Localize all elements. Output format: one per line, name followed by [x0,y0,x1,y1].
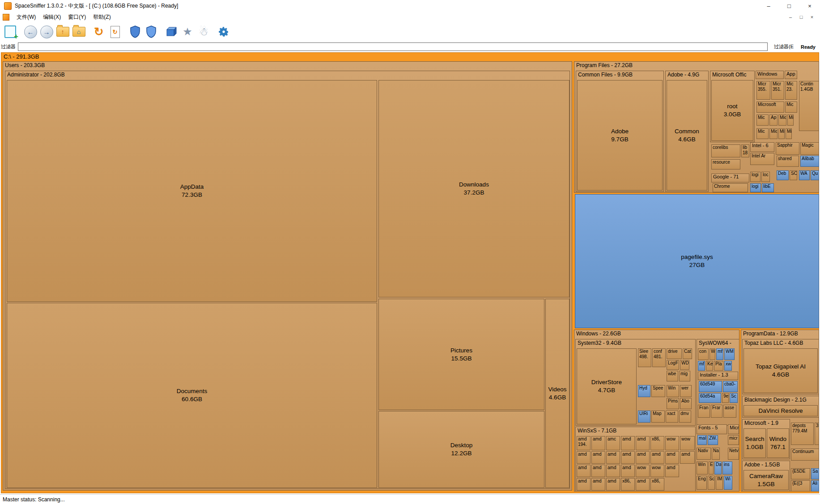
treemap-node[interactable]: Nativ [697,448,711,460]
treemap-node[interactable]: wbe [667,371,678,381]
mdi-restore-button[interactable]: □ [796,14,807,20]
treemap-node[interactable]: {E5DE [791,468,810,479]
treemap-node[interactable]: Sc [708,476,715,490]
treemap-node[interactable]: wow [636,465,650,477]
treemap-node[interactable]: Hyd [638,385,650,397]
treemap-node[interactable]: UIRi [638,411,650,423]
treemap-node[interactable]: amd [680,451,695,464]
treemap-node[interactable]: loc [761,172,770,182]
treemap-node[interactable]: Mi [787,114,794,126]
treemap-node[interactable]: W [710,348,715,360]
treemap-node[interactable]: WA [799,170,810,180]
forward-button[interactable]: → [38,24,55,40]
treemap-node[interactable]: Mi [786,128,792,139]
node-downloads[interactable]: Downloads37.2GB [378,80,569,297]
treemap-node[interactable]: Spee [651,385,665,397]
go-home-button[interactable]: ⌂ [71,24,87,40]
treemap-node[interactable]: 60d54a [699,393,721,403]
treemap-node[interactable]: Mic [769,128,778,139]
treemap-node[interactable]: Magic [800,142,819,155]
treemap-node[interactable]: lib18 [741,144,749,157]
node-chrome[interactable]: Chrome [713,183,748,192]
treemap-node[interactable]: 60d549 [699,381,722,392]
node-documents[interactable]: Documents60.6GB [7,303,377,488]
rescan-selection-button[interactable]: ↻ [107,24,123,40]
treemap-node[interactable]: mig [679,371,690,381]
treemap-node[interactable]: Mic [778,114,786,126]
treemap-node[interactable]: ins [722,462,732,474]
treemap-node[interactable]: Microsoft [756,102,784,113]
treemap-node[interactable]: logi [750,172,761,182]
treemap-node[interactable]: amd [636,436,650,450]
treemap-node[interactable]: wow [650,465,664,477]
node-windo[interactable]: Windo767.1 [767,428,789,458]
treemap-node[interactable]: Wi [724,476,732,490]
treemap-node[interactable]: amd [606,478,620,491]
settings-button[interactable] [216,24,232,40]
treemap-node[interactable]: Sapphir [776,142,799,155]
treemap-node[interactable]: Da [714,462,722,474]
treemap-node[interactable]: micr [728,435,739,445]
treemap-node[interactable]: Ali [811,480,819,491]
treemap-node[interactable]: LogF [667,360,679,370]
filter-input[interactable] [18,42,768,51]
treemap-node[interactable]: cba0- [723,381,738,392]
treemap-node[interactable]: resource [711,159,740,169]
treemap-node[interactable]: Continuum [791,449,819,461]
treemap-node[interactable]: Netv [728,448,739,460]
treemap-node[interactable]: ZW. [708,435,718,445]
treemap-node[interactable]: WM [724,348,735,360]
treemap-node[interactable]: wow [680,436,695,450]
treemap-node[interactable]: Alibab [800,156,819,167]
menu-file[interactable]: 文件(W) [13,12,39,22]
treemap-node[interactable]: Win [697,462,708,474]
back-button[interactable]: ← [22,24,38,40]
node-gigapixel[interactable]: Topaz Gigapixel AI4.6GB [744,348,818,393]
export-button[interactable] [163,24,179,40]
treemap-node[interactable]: x86, [650,436,664,450]
treemap-node[interactable]: Abo [680,398,692,409]
shield-view-alt-button[interactable] [143,24,159,40]
new-scan-button[interactable] [2,24,18,40]
treemap-node[interactable]: {E({3 [791,480,810,491]
minimize-button[interactable]: – [758,0,779,12]
treemap-node[interactable]: corelibs [711,144,740,157]
treemap-node[interactable]: amd [577,465,591,477]
treemap-node[interactable]: amd [606,465,620,477]
treemap-node[interactable]: mal [697,435,707,445]
treemap-node[interactable]: 31 [815,423,819,445]
favorites-button[interactable]: ★ [179,24,195,40]
treemap-node[interactable]: libE [762,183,774,192]
ghost-filter-button[interactable]: ☃ [195,24,212,40]
treemap-node[interactable]: Ap [769,114,778,126]
treemap-node[interactable]: x86, [650,478,664,491]
treemap-node[interactable]: logi [750,183,761,192]
treemap-node[interactable]: Win [667,385,679,397]
treemap-node[interactable]: Mic [756,114,769,126]
treemap-node[interactable]: mf [716,348,723,360]
node-installer[interactable]: Installer - 1.3 [698,372,738,380]
node-pagefile[interactable]: pagefile.sys27GB [575,194,819,328]
treemap-node[interactable]: amd [577,451,591,464]
treemap-node[interactable]: Map [651,411,665,423]
node-pictures[interactable]: Pictures15.5GB [378,299,544,410]
treemap-node[interactable]: Mic [785,102,797,113]
treemap-node[interactable]: amd [606,451,620,464]
treemap-node[interactable]: 9e [722,393,729,403]
mdi-minimize-button[interactable]: – [785,14,796,20]
treemap-node[interactable]: Na [712,448,720,460]
treemap-node[interactable]: amd [665,451,679,464]
treemap-node[interactable]: wer [680,385,692,397]
close-button[interactable]: × [799,0,820,12]
treemap-node[interactable]: amd [621,465,635,477]
treemap-node[interactable]: wow [665,436,679,450]
treemap-node[interactable]: mf [698,361,705,371]
treemap-node[interactable]: asse [723,405,736,418]
node-intel[interactable]: Intel - 6 [750,142,774,152]
menu-help[interactable]: 帮助(Z) [89,12,114,22]
treemap-node[interactable]: Mic23. [785,81,797,100]
treemap-node[interactable]: IM [716,476,723,490]
node-windowsapps[interactable]: Windows [756,71,784,79]
treemap-node[interactable]: conf481. [652,348,666,367]
treemap-node[interactable]: amd [636,451,650,464]
